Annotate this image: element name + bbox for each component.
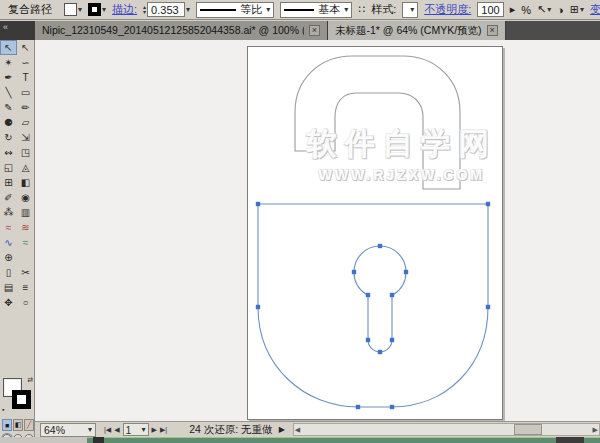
keyhole-path[interactable]: [354, 246, 406, 352]
mesh-tool[interactable]: ⊞: [0, 175, 17, 190]
toolbar-collapse-header[interactable]: «: [0, 21, 35, 40]
selection-tool[interactable]: ↖: [0, 40, 17, 55]
chevron-down-icon[interactable]: ▾: [186, 5, 190, 14]
hand-tool[interactable]: ✥: [0, 295, 17, 310]
scroll-right-icon[interactable]: ▶: [593, 426, 598, 434]
anchor-point[interactable]: [378, 244, 382, 248]
stroke-panel-link[interactable]: 描边:: [112, 2, 137, 17]
chevron-down-icon[interactable]: ▾: [78, 5, 82, 14]
zoom-tool[interactable]: ○: [17, 295, 34, 310]
transform-panel-link[interactable]: 变换: [590, 2, 600, 17]
anchor-point[interactable]: [352, 270, 356, 274]
anchor-point[interactable]: [366, 293, 370, 297]
anchor-point[interactable]: [256, 202, 260, 206]
swap-fill-stroke-icon[interactable]: ⇄: [27, 376, 33, 384]
gradient-tool[interactable]: ◧: [17, 175, 34, 190]
anchor-point[interactable]: [486, 305, 490, 309]
scroll-left-icon[interactable]: ◀: [295, 426, 300, 434]
close-icon[interactable]: ×: [309, 25, 320, 36]
symbol-sprayer-tool[interactable]: ⁂: [0, 205, 17, 220]
fill-swatch[interactable]: [64, 3, 77, 16]
select-similar-options-icon[interactable]: ↖ ▾: [537, 3, 551, 16]
select-similar-icon[interactable]: ↖: [537, 3, 546, 16]
paintbrush-tool[interactable]: ✎: [0, 100, 17, 115]
brush-definition-dropdown[interactable]: 基本 ▾: [280, 2, 352, 18]
last-artboard-icon[interactable]: ▶|: [160, 426, 167, 434]
artboard-number-dropdown[interactable]: 1 ▾: [123, 423, 149, 436]
stroke-weight-stepper[interactable]: ▴▾ 0.353 ▾: [143, 2, 190, 17]
type-tool[interactable]: T: [17, 70, 34, 85]
pen-tool[interactable]: ✒: [0, 70, 17, 85]
first-artboard-icon[interactable]: |◀: [104, 426, 111, 434]
direct-selection-tool[interactable]: ↖: [17, 40, 34, 55]
fill-color-picker[interactable]: ▾: [64, 3, 82, 16]
lasso-tool[interactable]: ∽: [17, 55, 34, 70]
column-graph-tool[interactable]: ▥: [17, 205, 34, 220]
lock-body-path[interactable]: [258, 204, 488, 407]
width-tool[interactable]: ↭: [0, 145, 17, 160]
opacity-popup-icon[interactable]: ▸: [510, 3, 516, 16]
artwork-anchors[interactable]: [256, 202, 490, 409]
chevron-down-icon[interactable]: ▾: [580, 5, 584, 14]
align-options-icon[interactable]: ⊞ ▾: [570, 3, 584, 16]
blob-brush-tool[interactable]: ⚈: [0, 115, 17, 130]
recolor-artwork-icon[interactable]: ◑: [557, 4, 564, 16]
scrollbar-thumb[interactable]: [514, 424, 542, 435]
document-tab-1[interactable]: Nipic_12310549_20140512125852044358.ai* …: [35, 21, 328, 40]
scissors-tool[interactable]: ✂: [17, 265, 34, 280]
anchor-point[interactable]: [390, 338, 394, 342]
width-profile-dropdown[interactable]: 等比 ▾: [196, 2, 274, 18]
eraser-tool[interactable]: ▱: [17, 115, 34, 130]
status-flyout-icon[interactable]: ▶: [279, 425, 285, 434]
default-fill-stroke-icon[interactable]: ▪: [2, 406, 4, 413]
anchor-point[interactable]: [378, 350, 382, 354]
stroke-swatch[interactable]: [88, 3, 101, 16]
anchor-point[interactable]: [390, 405, 394, 409]
slice-tool[interactable]: ▯: [0, 265, 17, 280]
zoom-level-dropdown[interactable]: 64% ▾: [40, 423, 96, 437]
smooth-tool[interactable]: ≈: [17, 235, 34, 250]
scale-tool[interactable]: ⇲: [17, 130, 34, 145]
live-paint-selection-tool[interactable]: ≋: [17, 220, 34, 235]
document-tab-2[interactable]: 未标题-1* @ 64% (CMYK/预览) ×: [328, 21, 506, 40]
anchor-point[interactable]: [356, 405, 360, 409]
magic-wand-tool[interactable]: ✴: [0, 55, 17, 70]
spinner-down-icon[interactable]: ▾: [143, 10, 146, 15]
pencil-tool[interactable]: ✏: [17, 100, 34, 115]
shape-builder-tool[interactable]: ◱: [0, 160, 17, 175]
stroke-color-picker[interactable]: ▾: [88, 3, 106, 16]
panel-collapse-icon[interactable]: «: [3, 22, 8, 32]
chevron-down-icon[interactable]: ▾: [547, 5, 551, 14]
measure-tool[interactable]: ≡: [17, 280, 34, 295]
stroke-weight-field[interactable]: 0.353: [147, 2, 185, 17]
eyedropper-tool[interactable]: ✐: [0, 190, 17, 205]
rectangle-tool[interactable]: ▭: [17, 85, 34, 100]
close-icon[interactable]: ×: [487, 25, 498, 36]
style-dropdown[interactable]: ▾: [402, 2, 418, 18]
anchor-point[interactable]: [390, 293, 394, 297]
rotate-tool[interactable]: ↻: [0, 130, 17, 145]
gradient-mode-button[interactable]: ◧: [13, 419, 23, 431]
previous-artboard-icon[interactable]: ◀: [114, 426, 119, 434]
opacity-field[interactable]: 100: [477, 2, 503, 17]
line-segment-tool[interactable]: ╲: [0, 85, 17, 100]
lock-shackle-path[interactable]: [295, 56, 460, 189]
chevron-down-icon[interactable]: ▾: [102, 5, 106, 14]
perspective-grid-tool[interactable]: ◬: [17, 160, 34, 175]
color-mode-button[interactable]: ■: [2, 419, 12, 431]
blend-tool[interactable]: ◉: [17, 190, 34, 205]
free-transform-tool[interactable]: ◳: [17, 145, 34, 160]
live-paint-bucket-tool[interactable]: ≈: [0, 220, 17, 235]
anchor-point[interactable]: [486, 202, 490, 206]
next-artboard-icon[interactable]: ▶: [152, 426, 157, 434]
anchor-point[interactable]: [256, 305, 260, 309]
anchor-point[interactable]: [404, 270, 408, 274]
curvature-tool[interactable]: ∿: [0, 235, 17, 250]
shape-mode-icon[interactable]: ∷: [358, 3, 365, 16]
horizontal-scrollbar[interactable]: ◀ ▶: [293, 423, 600, 436]
perspective-selection-tool[interactable]: ▤: [0, 280, 17, 295]
none-mode-button[interactable]: ╱: [24, 419, 34, 431]
canvas-area[interactable]: 软件自学网 WWW.RJZXW.COM: [35, 40, 600, 421]
opacity-panel-link[interactable]: 不透明度:: [424, 2, 471, 17]
anchor-point[interactable]: [366, 338, 370, 342]
